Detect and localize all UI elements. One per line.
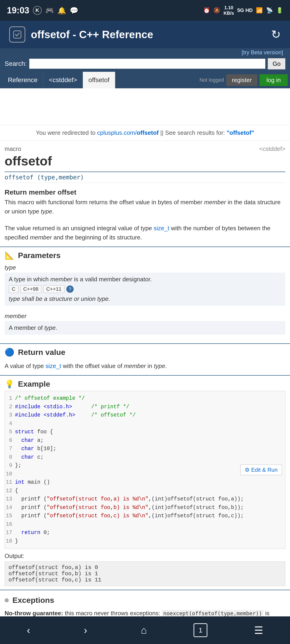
return-value-text: A value of type size_t with the offset v… [0,359,290,375]
code-line-15: 15 printf ("offsetof(struct foo,c) is %d… [5,512,285,520]
exceptions-heading: Exceptions [13,596,54,605]
redirect-notice: You were redirected to cplusplus.com/off… [0,125,290,141]
code-line-5: 5 struct foo { [5,428,285,436]
code-line-17: 17 return 0; [5,528,285,537]
code-line-18: 18 } [5,537,285,546]
bell-icon: 🔔 [58,6,66,14]
bottom-nav: ‹ › ⌂ 1 ☰ [0,616,290,644]
status-left: 19:03 K 🎮 🔔 💬 [7,6,78,16]
alarm-icon: ⏰ [203,7,210,14]
search-label: Search: [5,60,27,68]
register-button[interactable]: register [226,74,257,86]
tab-count-button[interactable]: 1 [194,623,207,637]
code-line-13: 13 printf ("offsetof(struct foo,a) is %d… [5,495,285,504]
code-line-2: 2 #include <stdio.h> /* printf */ [5,403,285,411]
exceptions-header: Exceptions [0,590,290,607]
mute-icon: 🔕 [213,7,220,14]
k-icon: K [33,6,42,15]
menu-button[interactable]: ☰ [247,622,270,638]
desc2: The value returned is an unsigned integr… [5,224,285,242]
nav-tabs: Reference <cstddef> offsetof [2,72,115,88]
back-button[interactable]: ‹ [20,622,37,638]
code-line-1: 1 /* offsetof example */ [5,394,285,403]
ad-area [0,88,290,125]
status-right: ⏰ 🔕 1.10KB/s 5G HD 📶 📡 🔋 [203,5,283,16]
signature-line: offsetof (type,member) [5,172,285,183]
browser-header: offsetof - C++ Reference ↻ [0,21,290,48]
svg-rect-0 [14,31,21,38]
article-title: offsetof [5,154,52,168]
exception-dot-icon [5,598,9,602]
tab-offsetof[interactable]: offsetof [83,72,115,88]
param-member-row: member A member of type. [0,311,290,336]
params-header: 📐 Parameters [0,246,290,262]
output-label: Output: [0,549,290,562]
param-type-note: type shall be a structure or union type. [9,295,281,302]
nav-bar: Reference <cstddef> offsetof Not logged … [0,72,290,88]
not-logged-label: Not logged [200,77,224,83]
status-time: 19:03 [7,6,29,16]
battery-icon: 🔋 [276,7,283,14]
code-container: 1 /* offsetof example */ 2 #include <std… [5,391,285,549]
tab-cstddef[interactable]: <cstddef> [43,72,83,88]
signal-icon: 📶 [256,7,263,14]
code-line-8: 8 char c; [5,453,285,462]
code-line-4: 4 [5,420,285,428]
5g-indicator: 5G HD [237,7,253,13]
code-line-11: 11 int main () [5,478,285,487]
badge-cpp11: C++11 [43,285,65,293]
return-heading: Return member offset [5,188,285,196]
code-line-16: 16 [5,520,285,529]
badge-cpp98: C++98 [20,285,42,293]
code-line-3: 3 #include <stddef.h> /* offsetof */ [5,411,285,420]
param-member-name: member [5,312,285,320]
params-icon: 📐 [5,251,14,260]
main-content: You were redirected to cplusplus.com/off… [0,88,290,644]
code-line-6: 6 char a; [5,436,285,445]
article-header: macro offsetof <cstddef> [0,141,290,168]
search-go-button[interactable]: Go [268,58,285,70]
example-header: 💡 Example [0,375,290,391]
nav-right: Not logged register log in [200,74,288,86]
game-icon: 🎮 [45,6,54,14]
redirect-link[interactable]: cplusplus.com/offsetof [97,129,159,136]
code-line-12: 12 { [5,487,285,495]
search-input[interactable] [29,59,265,69]
page-title: offsetof - C++ Reference [25,28,271,41]
article-lib: <cstddef> [259,145,285,152]
edit-run-button[interactable]: ⚙ Edit & Run [240,464,282,475]
browser-logo [9,26,25,42]
search-results-link[interactable]: "offsetof" [227,129,254,136]
desc1: This macro with functional form returns … [5,198,285,216]
code-line-14: 14 printf ("offsetof(struct foo,b) is %d… [5,504,285,512]
forward-button[interactable]: › [77,622,94,638]
article-description: Return member offset This macro with fun… [0,186,290,246]
param-type-name: type [5,264,285,271]
example-icon: 💡 [5,379,14,388]
example-heading: Example [18,380,50,388]
refresh-button[interactable]: ↻ [271,28,281,41]
status-bar: 19:03 K 🎮 🔔 💬 ⏰ 🔕 1.10KB/s 5G HD 📶 📡 🔋 [0,0,290,21]
home-button[interactable]: ⌂ [134,622,154,638]
speed-indicator: 1.10KB/s [223,5,234,16]
return-value-header: 🔵 Return value [0,344,290,359]
badge-info-icon[interactable]: ? [66,286,74,293]
article-category: macro [5,145,52,152]
version-badges-type: C C++98 C++11 ? [9,285,281,293]
login-button[interactable]: log in [260,74,288,86]
beta-link[interactable]: [try Beta version] [242,49,285,56]
size-t-return-link[interactable]: size_t [46,362,61,370]
param-type-row: type A type in which member is a valid m… [0,262,290,308]
params-heading: Parameters [18,251,61,260]
size-t-link[interactable]: size_t [154,225,169,232]
return-heading: Return value [18,348,65,357]
wifi-icon: 📡 [266,7,273,14]
code-line-7: 7 char b[10]; [5,444,285,453]
search-bar: Search: Go [0,56,290,72]
param-member-desc: A member of type. [5,321,285,335]
wechat-icon: 💬 [70,6,78,14]
tab-reference[interactable]: Reference [2,72,43,88]
param-type-desc: A type in which member is a valid member… [5,272,285,306]
badge-c: C [9,285,19,293]
return-icon: 🔵 [5,348,14,357]
